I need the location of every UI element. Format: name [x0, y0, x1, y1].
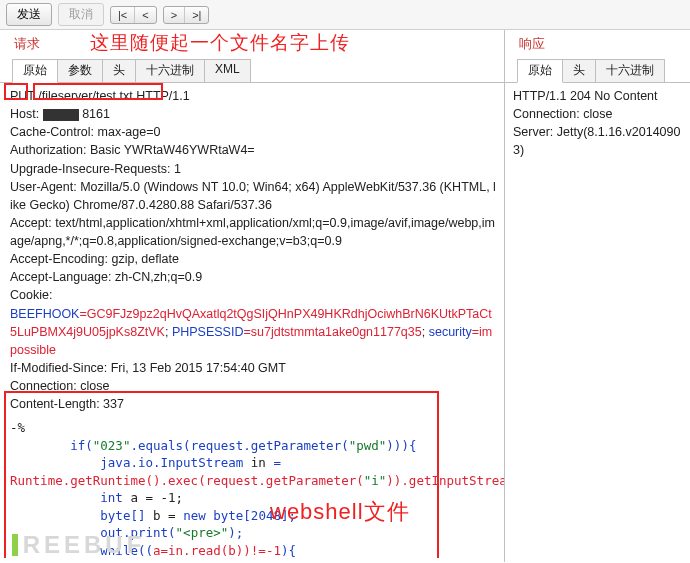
- tab-hex[interactable]: 十六进制: [595, 59, 665, 83]
- response-tabs: 原始 头 十六进制: [505, 59, 690, 83]
- watermark: REEBUF: [12, 531, 145, 559]
- header-cookie-values: BEEFHOOK=GC9FJz9pz2qHvQAxatlq2tQgSIjQHnP…: [10, 305, 496, 359]
- nav-prev-icon[interactable]: <: [135, 7, 155, 23]
- tab-params[interactable]: 参数: [57, 59, 103, 83]
- request-tabs: 原始 参数 头 十六进制 XML: [0, 59, 504, 83]
- nav-fwd-group: > >|: [163, 6, 210, 24]
- tab-headers[interactable]: 头: [102, 59, 136, 83]
- annotation-webshell: webshell文件: [270, 496, 410, 528]
- header-line: Upgrade-Insecure-Requests: 1: [10, 160, 496, 178]
- toolbar: 发送 取消 |< < > >|: [0, 0, 690, 30]
- annotation-upload-filename: 这里随便起一个文件名字上传: [90, 30, 350, 56]
- header-cookie: Cookie:: [10, 286, 496, 304]
- response-line: Connection: close: [513, 105, 682, 123]
- highlight-path: [33, 83, 163, 100]
- nav-next-icon[interactable]: >: [164, 7, 185, 23]
- response-line: Server: Jetty(8.1.16.v20140903): [513, 123, 682, 159]
- cancel-button[interactable]: 取消: [58, 3, 104, 26]
- main: 请求 这里随便起一个文件名字上传 原始 参数 头 十六进制 XML webshe…: [0, 30, 690, 562]
- header-line: Accept-Language: zh-CN,zh;q=0.9: [10, 268, 496, 286]
- response-title: 响应: [505, 30, 690, 57]
- send-button[interactable]: 发送: [6, 3, 52, 26]
- tab-raw[interactable]: 原始: [12, 59, 58, 83]
- response-line: HTTP/1.1 204 No Content: [513, 87, 682, 105]
- response-panel: 响应 原始 头 十六进制 HTTP/1.1 204 No Content Con…: [505, 30, 690, 562]
- header-line: User-Agent: Mozilla/5.0 (Windows NT 10.0…: [10, 178, 496, 214]
- nav-back-group: |< <: [110, 6, 157, 24]
- host-masked: [43, 109, 79, 121]
- header-line: Authorization: Basic YWRtaW46YWRtaW4=: [10, 141, 496, 159]
- request-panel: 请求 这里随便起一个文件名字上传 原始 参数 头 十六进制 XML webshe…: [0, 30, 505, 562]
- header-line: Accept-Encoding: gzip, deflate: [10, 250, 496, 268]
- header-line: Accept: text/html,application/xhtml+xml,…: [10, 214, 496, 250]
- tab-xml[interactable]: XML: [204, 59, 251, 83]
- header-line: If-Modified-Since: Fri, 13 Feb 2015 17:5…: [10, 359, 496, 377]
- highlight-method: [4, 83, 28, 100]
- header-host: Host: 8161: [10, 105, 496, 123]
- request-content[interactable]: webshell文件 PUT /fileserver/test.txt HTTP…: [0, 82, 504, 558]
- response-content[interactable]: HTTP/1.1 204 No Content Connection: clos…: [505, 82, 690, 562]
- tab-raw[interactable]: 原始: [517, 59, 563, 83]
- tab-hex[interactable]: 十六进制: [135, 59, 205, 83]
- tab-headers[interactable]: 头: [562, 59, 596, 83]
- nav-first-icon[interactable]: |<: [111, 7, 135, 23]
- nav-last-icon[interactable]: >|: [185, 7, 208, 23]
- header-line: Cache-Control: max-age=0: [10, 123, 496, 141]
